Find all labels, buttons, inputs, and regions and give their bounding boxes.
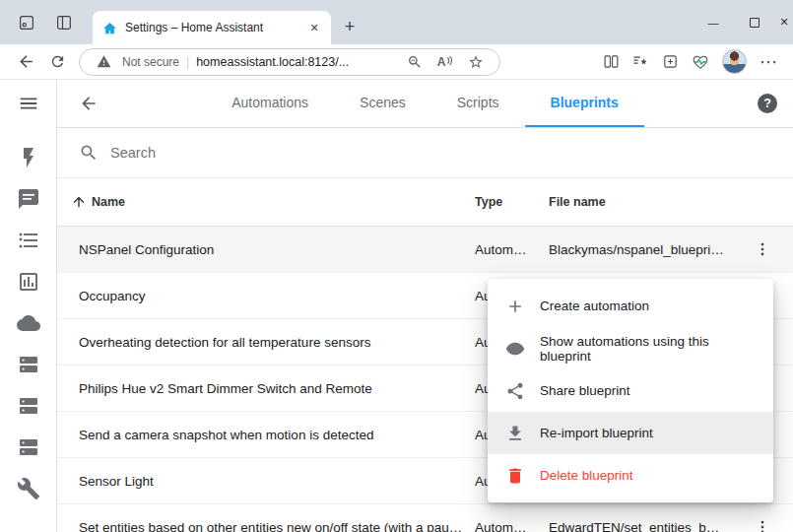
download-icon xyxy=(505,424,525,443)
back-icon[interactable] xyxy=(10,47,41,77)
menu-item-create-automation[interactable]: Create automation xyxy=(488,285,773,327)
row-overflow-menu-icon[interactable] xyxy=(732,240,793,258)
close-window-icon[interactable]: ✕ xyxy=(775,0,793,44)
collections-icon[interactable] xyxy=(662,53,679,70)
refresh-icon[interactable] xyxy=(41,47,73,77)
column-header-name[interactable]: Name xyxy=(92,195,125,209)
sidebar-menu-icon[interactable] xyxy=(18,93,39,114)
window-controls: — ✕ xyxy=(693,0,793,44)
column-header-type[interactable]: Type xyxy=(475,195,549,209)
row-overflow-menu-icon[interactable] xyxy=(732,518,793,532)
new-tab-button[interactable]: + xyxy=(337,14,363,39)
tab-scenes[interactable]: Scenes xyxy=(334,80,431,127)
sidebar-history-icon[interactable] xyxy=(17,270,40,294)
browser-toolbar-icons: ⋯ xyxy=(603,49,783,74)
eye-icon xyxy=(505,339,525,359)
search-placeholder: Search xyxy=(110,145,156,161)
trash-icon xyxy=(505,466,525,486)
browser-navbar: Not secure | homeassistant.local:8123/..… xyxy=(0,44,793,80)
tab-scripts[interactable]: Scripts xyxy=(431,80,525,127)
address-divider: | xyxy=(186,55,189,69)
table-row[interactable]: Set entities based on other entities new… xyxy=(57,504,793,532)
sidebar-server-icon-3[interactable] xyxy=(17,435,40,459)
ha-tab-bar: Automations Scenes Scripts Blueprints xyxy=(206,80,644,127)
security-warning-icon[interactable] xyxy=(92,54,115,69)
browser-essentials-icon[interactable] xyxy=(692,53,709,71)
home-assistant-favicon xyxy=(102,21,117,35)
sidebar-energy-icon[interactable] xyxy=(17,146,40,169)
profile-avatar[interactable] xyxy=(722,49,747,74)
share-icon xyxy=(505,381,525,401)
sidebar-cloud-icon[interactable] xyxy=(17,311,40,335)
sidebar-logbook-icon[interactable] xyxy=(17,229,40,252)
sidebar-assist-icon[interactable] xyxy=(17,187,40,211)
favorite-star-icon[interactable] xyxy=(464,54,488,70)
table-row[interactable]: NSPanel Configuration Autom… Blackymas/n… xyxy=(57,227,793,273)
tab-title: Settings – Home Assistant xyxy=(125,21,297,34)
search-icon xyxy=(79,143,99,163)
address-bar[interactable]: Not secure | homeassistant.local:8123/..… xyxy=(79,48,500,76)
sidebar-server-icon-1[interactable] xyxy=(17,353,40,376)
maximize-icon[interactable] xyxy=(734,0,775,44)
ha-sidebar xyxy=(0,80,57,532)
help-icon[interactable]: ? xyxy=(758,94,777,113)
browser-menu-icon[interactable]: ⋯ xyxy=(760,53,777,71)
menu-item-reimport-blueprint[interactable]: Re-import blueprint xyxy=(488,412,773,454)
blueprint-context-menu: Create automation Show automations using… xyxy=(488,279,773,502)
read-aloud-icon[interactable]: A xyxy=(433,55,457,69)
column-header-file[interactable]: File name xyxy=(549,195,732,209)
browser-titlebar: Settings – Home Assistant ✕ + — ✕ xyxy=(0,0,793,44)
table-header: Name Type File name xyxy=(57,178,793,227)
plus-icon xyxy=(505,297,525,316)
menu-item-show-automations[interactable]: Show automations using this blueprint xyxy=(488,327,773,369)
browser-tab[interactable]: Settings – Home Assistant ✕ xyxy=(93,11,331,44)
sort-ascending-icon[interactable] xyxy=(71,194,87,210)
menu-item-share-blueprint[interactable]: Share blueprint xyxy=(488,369,773,412)
security-label: Not secure xyxy=(122,55,179,69)
tab-automations[interactable]: Automations xyxy=(206,80,334,127)
tab-actions-icon[interactable] xyxy=(49,8,79,37)
tab-blueprints[interactable]: Blueprints xyxy=(525,80,644,127)
search-bar[interactable]: Search xyxy=(57,128,793,178)
minimize-icon[interactable]: — xyxy=(693,0,734,44)
menu-item-delete-blueprint[interactable]: Delete blueprint xyxy=(488,454,773,497)
split-screen-icon[interactable] xyxy=(603,53,620,70)
close-tab-icon[interactable]: ✕ xyxy=(305,19,323,36)
sidebar-tools-icon[interactable] xyxy=(17,477,40,500)
sidebar-server-icon-2[interactable] xyxy=(17,394,40,418)
url-text: homeassistant.local:8123/... xyxy=(196,55,349,69)
ha-header: Automations Scenes Scripts Blueprints ? xyxy=(57,80,793,128)
favorites-icon[interactable] xyxy=(632,53,649,70)
ha-back-icon[interactable] xyxy=(79,94,99,113)
workspaces-icon[interactable] xyxy=(12,8,41,37)
zoom-out-icon[interactable] xyxy=(403,54,427,70)
